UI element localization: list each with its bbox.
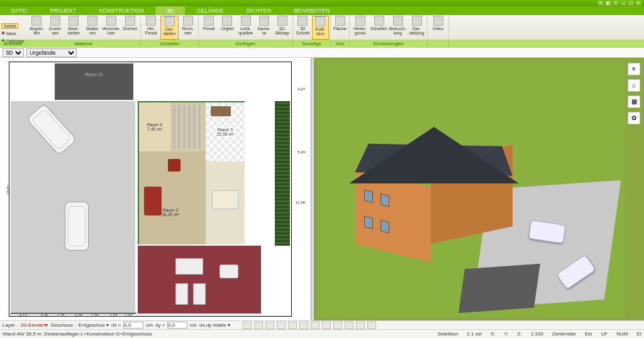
tool-icon[interactable] — [265, 322, 274, 329]
ribbon-zuweisen-button[interactable]: Zuwei-sen — [47, 16, 65, 40]
ribbon-hintergrund-button[interactable]: Hinter-grund — [351, 16, 369, 40]
workspace: Raum 47,45 m² Raum 325,59 m² Raum 236,45… — [0, 58, 644, 320]
home-view-icon[interactable]: ⌂ — [628, 79, 640, 92]
z-label: Z: — [518, 331, 522, 337]
tb-help-icon[interactable]: ? — [613, 1, 619, 6]
car-2d-2 — [65, 202, 89, 251]
menu-sichten[interactable]: SICHTEN — [235, 6, 282, 15]
room-21 — [55, 63, 133, 100]
tool-icon[interactable] — [345, 322, 353, 329]
mode-select[interactable]: 3D — [3, 48, 24, 57]
minimize-button[interactable]: – — [620, 1, 626, 6]
ribbon-darstellen-button[interactable]: Dar-stellen — [160, 16, 178, 40]
ribbon-objekt-button[interactable]: Objekt — [218, 16, 236, 40]
ribbon-group-label — [428, 40, 449, 48]
tb-color-icon[interactable]: ◧ — [605, 1, 611, 6]
menu-datei[interactable]: DATEI — [0, 6, 39, 15]
ribbon-video-button[interactable]: Video — [429, 16, 447, 40]
garage-roof-3d — [458, 264, 540, 313]
geschoss-select[interactable]: Erdgeschos ▾ — [79, 322, 109, 328]
coord-mode-select[interactable]: dx,dy relativ ▾ — [199, 322, 230, 328]
tool-icon[interactable] — [356, 322, 365, 329]
ribbon-skalieren-button[interactable]: Skalie-ren — [84, 16, 102, 40]
dy-input[interactable]: 0,0 — [167, 322, 187, 329]
ribbon-dbitmap-button[interactable]: 3D-Bitmap — [274, 16, 291, 40]
room-2-dining — [206, 161, 245, 244]
tool-icon[interactable] — [254, 322, 263, 329]
menu-konstruktion[interactable]: KONSTRUKTION — [87, 6, 155, 15]
dim-label: 4,13 — [19, 313, 27, 317]
tool-icon[interactable] — [288, 322, 297, 329]
menu-3d[interactable]: 3D — [155, 6, 186, 15]
ribbon-flche-button[interactable]: Fläche — [332, 16, 348, 40]
ribbon-group-label: Material — [26, 40, 141, 48]
ribbon-verschieben-button[interactable]: Verschie-ben — [102, 16, 120, 40]
3d-viewport[interactable]: ≡ ⌂ ▦ ✿ — [314, 58, 644, 320]
status-text: Wand AW 36,5 m. Deckenauflager L=Konstru… — [3, 331, 152, 337]
ribbon-group-label: Einfügen — [199, 40, 293, 48]
tool-icon[interactable] — [299, 322, 308, 329]
x-label: X: — [491, 331, 496, 337]
uf-indicator: UF — [601, 331, 608, 337]
dim-label: 5,24 — [297, 150, 305, 154]
menu-gelaende[interactable]: GELÄNDE — [185, 6, 235, 15]
selekt-button[interactable]: Selekt — [1, 23, 18, 29]
layer-label: Layer : — [3, 322, 18, 328]
ribbon-group-label: Einstellungen — [350, 40, 428, 48]
layers-icon[interactable]: ≡ — [628, 63, 640, 75]
dining-table-icon — [212, 190, 238, 209]
room-4: Raum 47,45 m² — [139, 102, 170, 151]
selektion-label: Selektion — [437, 331, 458, 337]
dx-input[interactable]: 0,0 — [123, 322, 143, 329]
ribbon-rechnen-button[interactable]: Rech-nen — [179, 16, 197, 40]
2d-plan-viewport[interactable]: Raum 47,45 m² Raum 325,59 m² Raum 236,45… — [0, 58, 311, 320]
mark-button[interactable]: Mark. — [6, 31, 18, 36]
tool-icon[interactable] — [243, 322, 252, 329]
drawing-sheet: Raum 47,45 m² Raum 325,59 m² Raum 236,45… — [9, 62, 292, 317]
dim-label: 4,37 — [297, 87, 305, 91]
tool-icon[interactable] — [311, 322, 319, 329]
ribbon-dschnitt-button[interactable]: 3DSchnitt — [294, 16, 311, 40]
ribbon-kollision-button[interactable]: Kolli-sion — [312, 16, 329, 40]
ribbon-beleuchtung-button[interactable]: Beleuch-tung — [389, 16, 407, 40]
tool-icon[interactable] — [367, 322, 376, 329]
viewport-toolbar: ≡ ⌂ ▦ ✿ — [628, 63, 641, 124]
tool-icon[interactable] — [333, 322, 342, 329]
tool-icon[interactable] — [277, 322, 286, 329]
lounger-1-icon — [175, 283, 188, 305]
grid-icon[interactable]: ▦ — [628, 95, 640, 108]
house-outline: Raum 47,45 m² Raum 325,59 m² Raum 236,45… — [138, 101, 245, 244]
ribbon-abgreifen-button[interactable]: Abgrei-fen — [28, 16, 46, 40]
ribbon-schatten-button[interactable]: Schatten — [370, 16, 388, 40]
close-button[interactable]: × — [635, 1, 641, 6]
window-icon — [364, 189, 373, 202]
menu-projekt[interactable]: PROJEKT — [39, 6, 88, 15]
armchair-icon — [168, 159, 180, 172]
window-icon — [380, 194, 389, 207]
ribbon-drehen-button[interactable]: Drehen — [121, 16, 139, 40]
lounge-sofa-icon — [175, 258, 203, 275]
ribbon-bearbeiten-button[interactable]: Bear-beiten — [65, 16, 83, 40]
menu-bearbeiten[interactable]: BEARBEITEN — [282, 6, 341, 15]
ein-indicator: Ein — [585, 331, 592, 337]
ribbon-hinpinsel-button[interactable]: Hin.Pinsel — [142, 16, 160, 40]
ribbon-pinsel-button[interactable]: Pinsel — [200, 16, 218, 40]
tree-icon[interactable]: ✿ — [628, 112, 640, 124]
optionen-button[interactable]: Optionen — [6, 39, 24, 43]
lounge-chair-icon — [219, 264, 238, 278]
coordinate-bar: Layer : 2D-Elemen▾ Geschoss : Erdgeschos… — [0, 320, 644, 329]
ribbon-darstellung-button[interactable]: Dar-stellung — [408, 16, 426, 40]
ribbon-kamera-button[interactable]: Kame-ra — [255, 16, 273, 40]
selektion-value: 1:1 sel — [467, 331, 482, 337]
tool-icon[interactable] — [322, 322, 331, 329]
view-select[interactable]: Urgelände — [26, 48, 77, 57]
status-bar: Wand AW 36,5 m. Deckenauflager L=Konstru… — [0, 329, 644, 338]
tb-pencil-icon[interactable]: ✎ — [597, 1, 604, 6]
ribbon-group-label: Sonstige — [293, 40, 331, 48]
scale-value: 1:100 — [531, 331, 543, 337]
car-2d-1 — [26, 103, 77, 155]
layer-select[interactable]: 2D-Elemen▾ — [20, 322, 48, 328]
ribbon-lichtquelle-button[interactable]: Licht-quelle▾ — [236, 16, 254, 40]
maximize-button[interactable]: □ — [628, 1, 634, 6]
unit-value: Zentimeter — [552, 331, 576, 337]
